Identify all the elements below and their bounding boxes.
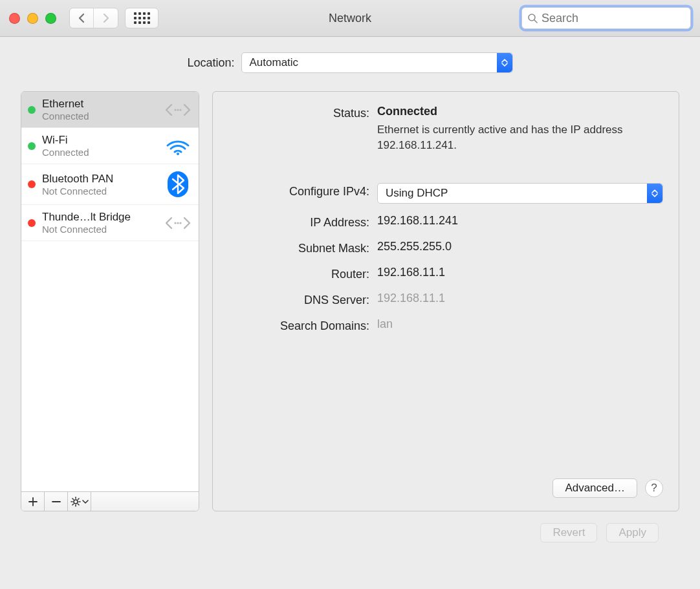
- interface-status: Connected: [42, 147, 157, 158]
- status-value-text: Connected: [377, 105, 437, 118]
- window-buttons: Revert Apply: [21, 511, 679, 542]
- row-subnet: Subnet Mask: 255.255.255.0: [228, 240, 663, 255]
- show-all-button[interactable]: [125, 8, 159, 28]
- status-value: Connected Ethernet is currently active a…: [377, 105, 663, 153]
- subnet-label: Subnet Mask:: [228, 240, 377, 255]
- minimize-window-button[interactable]: [27, 13, 38, 24]
- apply-button[interactable]: Apply: [606, 523, 659, 542]
- location-select[interactable]: Automatic: [241, 52, 513, 73]
- back-button[interactable]: [70, 8, 94, 28]
- interface-status: Not Connected: [42, 186, 157, 197]
- plus-icon: [28, 497, 38, 506]
- search-icon: [527, 13, 538, 23]
- revert-button-label: Revert: [552, 526, 585, 539]
- row-ip: IP Address: 192.168.11.241: [228, 214, 663, 230]
- interface-status: Connected: [42, 111, 157, 122]
- detail-pane: Status: Connected Ethernet is currently …: [212, 91, 679, 511]
- interface-sidebar: Ethernet Connected Wi-Fi: [21, 91, 199, 511]
- svg-point-3: [177, 109, 179, 111]
- interface-item-wifi[interactable]: Wi-Fi Connected: [21, 128, 199, 164]
- advanced-button-label: Advanced…: [565, 482, 625, 495]
- search-field[interactable]: [521, 7, 691, 29]
- interface-item-bluetooth-pan[interactable]: Bluetooth PAN Not Connected: [21, 164, 199, 205]
- interface-name: Bluetooth PAN: [42, 173, 157, 186]
- svg-line-18: [78, 498, 79, 500]
- apply-button-label: Apply: [618, 526, 646, 539]
- interface-labels: Wi-Fi Connected: [42, 134, 157, 158]
- svg-point-2: [174, 109, 176, 111]
- router-label: Router:: [228, 266, 377, 281]
- router-value: 192.168.11.1: [377, 266, 663, 279]
- svg-point-4: [179, 109, 181, 111]
- svg-line-17: [72, 504, 74, 505]
- configure-value-container: Using DHCP: [377, 183, 663, 204]
- zoom-window-button[interactable]: [45, 13, 56, 24]
- interface-status: Not Connected: [42, 224, 157, 235]
- search-input[interactable]: [540, 11, 685, 26]
- interface-labels: Bluetooth PAN Not Connected: [42, 173, 157, 197]
- ip-value: 192.168.11.241: [377, 214, 663, 228]
- gear-icon: [71, 497, 81, 507]
- close-window-button[interactable]: [9, 13, 20, 24]
- svg-point-10: [74, 500, 78, 504]
- interface-item-ethernet[interactable]: Ethernet Connected: [21, 92, 199, 128]
- add-interface-button[interactable]: [21, 492, 45, 511]
- dns-value: 192.168.11.1: [377, 292, 663, 305]
- dns-label: DNS Server:: [228, 292, 377, 307]
- help-button[interactable]: ?: [645, 479, 663, 497]
- row-status: Status: Connected Ethernet is currently …: [228, 105, 663, 153]
- configure-label: Configure IPv4:: [228, 183, 377, 198]
- advanced-button[interactable]: Advanced…: [552, 478, 637, 498]
- status-dot: [28, 219, 36, 227]
- configure-value: Using DHCP: [386, 187, 448, 200]
- interface-item-thunderbolt-bridge[interactable]: Thunde…lt Bridge Not Connected: [21, 205, 199, 241]
- chevron-right-icon: [102, 13, 110, 23]
- status-dot: [28, 142, 36, 150]
- remove-interface-button[interactable]: [45, 492, 68, 511]
- row-router: Router: 192.168.11.1: [228, 266, 663, 281]
- stepper-icon: [647, 184, 662, 203]
- nav-group: [69, 8, 118, 28]
- title-bar: Network: [0, 0, 700, 37]
- svg-line-16: [78, 504, 79, 505]
- interface-labels: Thunde…lt Bridge Not Connected: [42, 211, 157, 235]
- configure-ipv4-select[interactable]: Using DHCP: [377, 183, 663, 204]
- svg-point-5: [177, 153, 179, 155]
- content-area: Location: Automatic Ethernet Connected: [0, 37, 700, 555]
- revert-button[interactable]: Revert: [540, 523, 597, 542]
- search-domains-label: Search Domains:: [228, 317, 377, 333]
- chevron-down-icon: [82, 498, 89, 505]
- minus-icon: [52, 497, 61, 506]
- forward-button[interactable]: [94, 8, 118, 28]
- interface-name: Wi-Fi: [42, 134, 157, 147]
- svg-line-1: [534, 20, 537, 23]
- row-configure: Configure IPv4: Using DHCP: [228, 183, 663, 204]
- location-label: Location:: [187, 56, 234, 70]
- stepper-icon: [497, 53, 512, 72]
- svg-point-9: [179, 222, 181, 224]
- row-search-domains: Search Domains: lan: [228, 317, 663, 333]
- svg-point-7: [174, 222, 176, 224]
- interface-actions-button[interactable]: [68, 492, 91, 511]
- interface-labels: Ethernet Connected: [42, 98, 157, 122]
- svg-point-8: [177, 222, 179, 224]
- window-controls: [9, 13, 56, 24]
- status-label: Status:: [228, 105, 377, 120]
- status-dot: [28, 106, 36, 114]
- location-value: Automatic: [250, 56, 299, 69]
- wifi-icon: [164, 136, 192, 156]
- subnet-value: 255.255.255.0: [377, 240, 663, 253]
- help-icon: ?: [651, 482, 657, 495]
- interface-name: Ethernet: [42, 98, 157, 111]
- interface-name: Thunde…lt Bridge: [42, 211, 157, 224]
- status-description: Ethernet is currently active and has the…: [377, 122, 663, 153]
- interface-list: Ethernet Connected Wi-Fi: [21, 92, 199, 491]
- bluetooth-icon: [164, 170, 192, 198]
- status-dot: [28, 180, 36, 188]
- search-domains-value: lan: [377, 317, 663, 331]
- svg-line-15: [72, 498, 74, 500]
- location-row: Location: Automatic: [21, 52, 679, 73]
- detail-footer: Advanced… ?: [228, 478, 663, 498]
- ethernet-icon: [164, 213, 192, 233]
- sidebar-footer: [21, 491, 199, 511]
